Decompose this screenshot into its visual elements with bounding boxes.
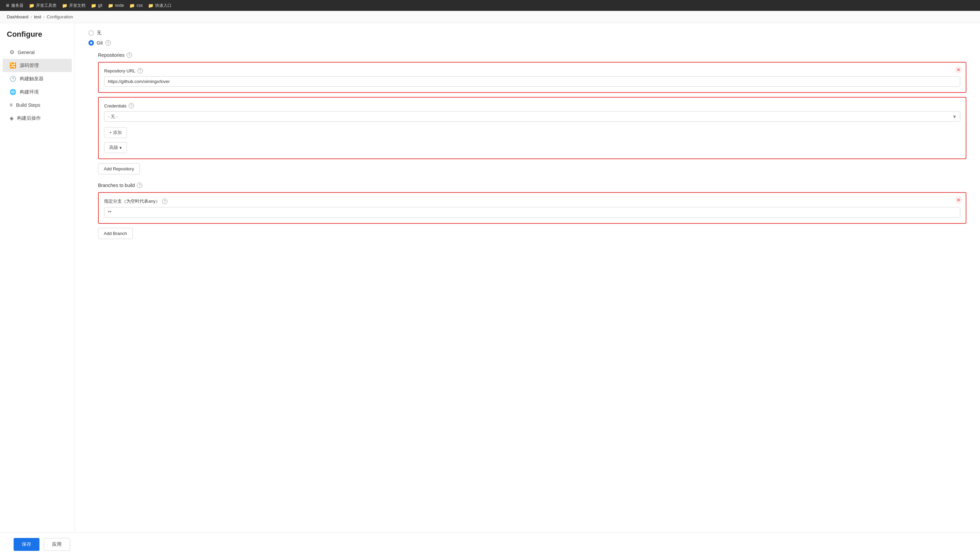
breadcrumb-test[interactable]: test bbox=[34, 14, 41, 20]
topbar-label-node: node bbox=[115, 3, 124, 8]
advanced-chevron-icon: ▾ bbox=[119, 145, 122, 150]
sidebar-item-env[interactable]: 🌐 构建环境 bbox=[3, 85, 72, 99]
sidebar-label-trigger: 构建触发器 bbox=[20, 76, 44, 82]
repository-url-field-label: Repository URL ? bbox=[104, 68, 960, 73]
repository-url-close-button[interactable]: ✕ bbox=[955, 66, 962, 73]
topbar-label-quickaccess: 快速入口 bbox=[155, 3, 172, 8]
branch-specifier-label-text: 指定分支（为空时代表any） bbox=[104, 198, 160, 204]
advanced-button[interactable]: 高级 ▾ bbox=[104, 142, 127, 153]
advanced-label: 高级 bbox=[109, 145, 118, 151]
credentials-select-wrapper: - 无 - ▼ bbox=[104, 111, 960, 122]
sidebar-item-source[interactable]: 🔀 源码管理 bbox=[3, 59, 72, 72]
post-icon: ◈ bbox=[10, 115, 14, 121]
repositories-section: Repositories ? ✕ Repository URL ? Creden… bbox=[88, 52, 966, 247]
apply-label: 应用 bbox=[52, 541, 62, 547]
branch-specifier-card: ✕ 指定分支（为空时代表any） ? bbox=[98, 192, 966, 224]
branches-label-text: Branches to build bbox=[98, 182, 135, 188]
breadcrumb-sep2: › bbox=[43, 14, 44, 20]
topbar-label-git: git bbox=[98, 3, 103, 8]
topbar-label-css: css bbox=[136, 3, 142, 8]
credentials-field-label: Credentials ? bbox=[104, 103, 960, 109]
repository-url-input[interactable] bbox=[104, 76, 960, 87]
sidebar: Configure ⚙ General 🔀 源码管理 🕐 构建触发器 🌐 构建环… bbox=[0, 23, 75, 532]
folder-icon-node: 📁 bbox=[108, 3, 113, 8]
apply-button[interactable]: 应用 bbox=[44, 538, 70, 551]
folder-icon-quickaccess: 📁 bbox=[148, 3, 154, 8]
breadcrumb-dashboard[interactable]: Dashboard bbox=[7, 14, 29, 20]
branch-specifier-help-icon[interactable]: ? bbox=[162, 199, 167, 204]
repository-url-help-icon[interactable]: ? bbox=[137, 68, 143, 73]
credentials-help-icon[interactable]: ? bbox=[129, 103, 134, 109]
topbar-item-css[interactable]: 📁 css bbox=[129, 3, 142, 8]
sidebar-label-source: 源码管理 bbox=[20, 63, 39, 69]
topbar-label-devdocs: 开发文档 bbox=[69, 3, 85, 8]
breadcrumb: Dashboard › test › Configuration bbox=[0, 11, 980, 23]
sidebar-item-general[interactable]: ⚙ General bbox=[3, 46, 72, 59]
add-branch-button[interactable]: Add Branch bbox=[98, 228, 133, 239]
branch-specifier-input[interactable] bbox=[104, 207, 960, 218]
sidebar-label-post: 构建后操作 bbox=[17, 115, 41, 121]
credentials-card: Credentials ? - 无 - ▼ + 添加 高级 bbox=[98, 97, 966, 159]
branch-specifier-close-button[interactable]: ✕ bbox=[955, 196, 962, 204]
radio-git-circle bbox=[88, 40, 94, 46]
branches-help-icon[interactable]: ? bbox=[137, 182, 142, 188]
repositories-help-icon[interactable]: ? bbox=[127, 52, 132, 58]
radio-group: 无 Git ? bbox=[88, 30, 966, 46]
add-label: + 添加 bbox=[109, 130, 122, 136]
sidebar-label-steps: Build Steps bbox=[16, 103, 40, 108]
sidebar-label-general: General bbox=[18, 50, 35, 55]
radio-none-label: 无 bbox=[96, 30, 101, 36]
add-repository-label: Add Repository bbox=[104, 166, 134, 171]
source-icon: 🔀 bbox=[10, 62, 16, 69]
add-branch-label: Add Branch bbox=[104, 231, 127, 236]
folder-icon-css: 📁 bbox=[129, 3, 135, 8]
add-credentials-button[interactable]: + 添加 bbox=[104, 127, 127, 138]
topbar-item-node[interactable]: 📁 node bbox=[108, 3, 124, 8]
save-button[interactable]: 保存 bbox=[14, 538, 39, 551]
topbar-label-server: 服务器 bbox=[11, 3, 23, 8]
radio-none-circle bbox=[88, 30, 94, 36]
repository-url-card: ✕ Repository URL ? bbox=[98, 62, 966, 93]
sidebar-label-env: 构建环境 bbox=[20, 89, 39, 95]
folder-icon-devtools: 📁 bbox=[29, 3, 34, 8]
sidebar-item-build-steps[interactable]: ≡ Build Steps bbox=[3, 99, 72, 112]
trigger-icon: 🕐 bbox=[10, 75, 16, 82]
breadcrumb-configuration: Configuration bbox=[47, 14, 73, 20]
topbar-item-git[interactable]: 📁 git bbox=[91, 3, 103, 8]
action-bar: 保存 应用 bbox=[0, 532, 980, 556]
content-area: 无 Git ? Repositories ? ✕ Repos bbox=[75, 23, 980, 532]
topbar-item-devdocs[interactable]: 📁 开发文档 bbox=[62, 3, 85, 8]
sidebar-title: Configure bbox=[0, 30, 75, 46]
topbar-item-server[interactable]: 🖥 服务器 bbox=[5, 3, 23, 8]
topbar-item-devtools[interactable]: 📁 开发工具类 bbox=[29, 3, 57, 8]
sidebar-item-trigger[interactable]: 🕐 构建触发器 bbox=[3, 72, 72, 85]
save-label: 保存 bbox=[22, 541, 31, 547]
server-icon: 🖥 bbox=[5, 3, 10, 8]
env-icon: 🌐 bbox=[10, 89, 16, 95]
topbar-item-quickaccess[interactable]: 📁 快速入口 bbox=[148, 3, 172, 8]
radio-none[interactable]: 无 bbox=[88, 30, 966, 36]
git-help-icon[interactable]: ? bbox=[106, 40, 111, 46]
folder-icon-devdocs: 📁 bbox=[62, 3, 67, 8]
topbar: 🖥 服务器 📁 开发工具类 📁 开发文档 📁 git 📁 node 📁 css … bbox=[0, 0, 980, 11]
folder-icon-git: 📁 bbox=[91, 3, 96, 8]
radio-git-label: Git bbox=[96, 40, 103, 46]
credentials-label-text: Credentials bbox=[104, 103, 127, 109]
radio-git[interactable]: Git ? bbox=[88, 40, 966, 46]
sidebar-item-post[interactable]: ◈ 构建后操作 bbox=[3, 112, 72, 125]
steps-icon: ≡ bbox=[10, 102, 13, 108]
topbar-label-devtools: 开发工具类 bbox=[36, 3, 57, 8]
breadcrumb-sep1: › bbox=[31, 14, 32, 20]
credentials-select[interactable]: - 无 - bbox=[104, 111, 960, 122]
gear-icon: ⚙ bbox=[10, 49, 14, 55]
add-repository-button[interactable]: Add Repository bbox=[98, 163, 140, 174]
repository-url-label-text: Repository URL bbox=[104, 68, 136, 73]
repositories-label: Repositories ? bbox=[98, 52, 966, 58]
branches-label: Branches to build ? bbox=[98, 182, 966, 188]
repositories-label-text: Repositories bbox=[98, 52, 124, 58]
branch-specifier-field-label: 指定分支（为空时代表any） ? bbox=[104, 198, 960, 204]
